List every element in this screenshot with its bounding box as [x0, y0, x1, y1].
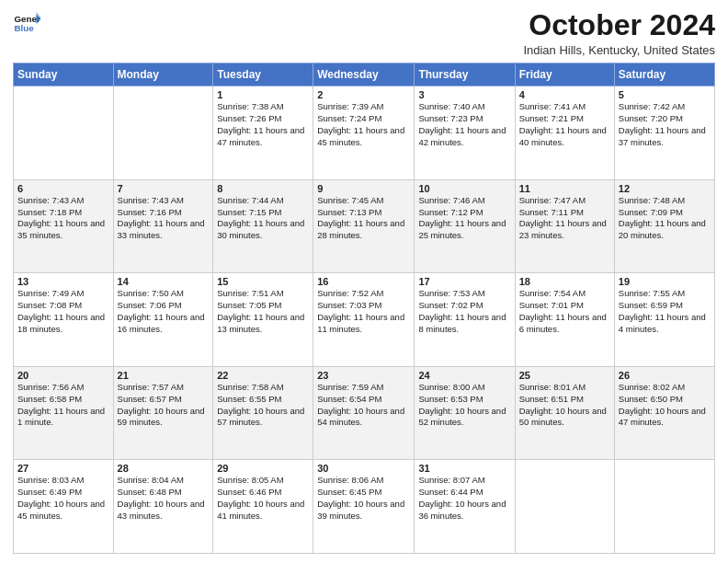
- calendar-cell: 10Sunrise: 7:46 AM Sunset: 7:12 PM Dayli…: [415, 179, 515, 273]
- calendar-cell: 26Sunrise: 8:02 AM Sunset: 6:50 PM Dayli…: [614, 366, 714, 460]
- day-detail: Sunrise: 7:59 AM Sunset: 6:54 PM Dayligh…: [317, 382, 410, 429]
- day-number: 1: [217, 89, 309, 100]
- day-detail: Sunrise: 7:49 AM Sunset: 7:08 PM Dayligh…: [17, 288, 109, 335]
- day-number: 31: [418, 463, 510, 474]
- calendar-cell: 11Sunrise: 7:47 AM Sunset: 7:11 PM Dayli…: [515, 179, 614, 273]
- day-detail: Sunrise: 8:05 AM Sunset: 6:46 PM Dayligh…: [217, 475, 309, 522]
- day-number: 12: [619, 183, 711, 194]
- day-number: 14: [118, 276, 210, 287]
- calendar-cell: 17Sunrise: 7:53 AM Sunset: 7:02 PM Dayli…: [415, 273, 515, 367]
- calendar-cell: 22Sunrise: 7:58 AM Sunset: 6:55 PM Dayli…: [213, 366, 313, 460]
- calendar-cell: 28Sunrise: 8:04 AM Sunset: 6:48 PM Dayli…: [113, 460, 213, 554]
- day-number: 2: [317, 89, 410, 100]
- day-detail: Sunrise: 8:02 AM Sunset: 6:50 PM Dayligh…: [619, 382, 711, 429]
- day-detail: Sunrise: 7:52 AM Sunset: 7:03 PM Dayligh…: [317, 288, 410, 335]
- calendar-cell: 4Sunrise: 7:41 AM Sunset: 7:21 PM Daylig…: [515, 86, 614, 180]
- header: General Blue October 2024 Indian Hills, …: [13, 9, 715, 57]
- calendar-cell: [515, 460, 614, 554]
- day-number: 22: [217, 370, 309, 381]
- calendar-day-header: Tuesday: [213, 63, 313, 86]
- calendar-table: SundayMondayTuesdayWednesdayThursdayFrid…: [13, 63, 715, 554]
- calendar-cell: 25Sunrise: 8:01 AM Sunset: 6:51 PM Dayli…: [515, 366, 614, 460]
- day-detail: Sunrise: 7:56 AM Sunset: 6:58 PM Dayligh…: [17, 382, 109, 429]
- day-detail: Sunrise: 7:48 AM Sunset: 7:09 PM Dayligh…: [619, 195, 711, 242]
- day-detail: Sunrise: 7:43 AM Sunset: 7:18 PM Dayligh…: [17, 195, 109, 242]
- calendar-cell: [614, 460, 714, 554]
- day-detail: Sunrise: 7:46 AM Sunset: 7:12 PM Dayligh…: [418, 195, 510, 242]
- calendar-cell: 27Sunrise: 8:03 AM Sunset: 6:49 PM Dayli…: [14, 460, 114, 554]
- day-detail: Sunrise: 7:45 AM Sunset: 7:13 PM Dayligh…: [317, 195, 410, 242]
- calendar-cell: 8Sunrise: 7:44 AM Sunset: 7:15 PM Daylig…: [213, 179, 313, 273]
- day-detail: Sunrise: 8:00 AM Sunset: 6:53 PM Dayligh…: [418, 382, 510, 429]
- day-detail: Sunrise: 7:40 AM Sunset: 7:23 PM Dayligh…: [418, 101, 510, 148]
- day-detail: Sunrise: 8:01 AM Sunset: 6:51 PM Dayligh…: [519, 382, 610, 429]
- day-detail: Sunrise: 8:03 AM Sunset: 6:49 PM Dayligh…: [17, 475, 109, 522]
- day-number: 21: [118, 370, 210, 381]
- calendar-day-header: Monday: [113, 63, 213, 86]
- calendar-cell: 15Sunrise: 7:51 AM Sunset: 7:05 PM Dayli…: [213, 273, 313, 367]
- location: Indian Hills, Kentucky, United States: [523, 43, 715, 57]
- calendar-week-row: 6Sunrise: 7:43 AM Sunset: 7:18 PM Daylig…: [14, 179, 715, 273]
- day-number: 25: [519, 370, 610, 381]
- calendar-cell: 7Sunrise: 7:43 AM Sunset: 7:16 PM Daylig…: [113, 179, 213, 273]
- calendar-week-row: 20Sunrise: 7:56 AM Sunset: 6:58 PM Dayli…: [14, 366, 715, 460]
- calendar-cell: 18Sunrise: 7:54 AM Sunset: 7:01 PM Dayli…: [515, 273, 614, 367]
- calendar-cell: 31Sunrise: 8:07 AM Sunset: 6:44 PM Dayli…: [415, 460, 515, 554]
- day-detail: Sunrise: 7:54 AM Sunset: 7:01 PM Dayligh…: [519, 288, 610, 335]
- logo-icon: General Blue: [13, 9, 40, 37]
- day-detail: Sunrise: 7:39 AM Sunset: 7:24 PM Dayligh…: [317, 101, 410, 148]
- day-number: 5: [619, 89, 711, 100]
- day-detail: Sunrise: 8:06 AM Sunset: 6:45 PM Dayligh…: [317, 475, 410, 522]
- day-number: 19: [619, 276, 711, 287]
- calendar-day-header: Sunday: [14, 63, 114, 86]
- day-number: 9: [317, 183, 410, 194]
- day-number: 15: [217, 276, 309, 287]
- calendar-cell: 30Sunrise: 8:06 AM Sunset: 6:45 PM Dayli…: [313, 460, 415, 554]
- day-number: 24: [418, 370, 510, 381]
- day-number: 3: [418, 89, 510, 100]
- calendar-day-header: Saturday: [614, 63, 714, 86]
- day-number: 13: [17, 276, 109, 287]
- day-detail: Sunrise: 7:51 AM Sunset: 7:05 PM Dayligh…: [217, 288, 309, 335]
- svg-text:Blue: Blue: [15, 23, 35, 33]
- day-number: 29: [217, 463, 309, 474]
- day-number: 7: [118, 183, 210, 194]
- calendar-week-row: 1Sunrise: 7:38 AM Sunset: 7:26 PM Daylig…: [14, 86, 715, 180]
- calendar-cell: 14Sunrise: 7:50 AM Sunset: 7:06 PM Dayli…: [113, 273, 213, 367]
- calendar-cell: 29Sunrise: 8:05 AM Sunset: 6:46 PM Dayli…: [213, 460, 313, 554]
- day-number: 30: [317, 463, 410, 474]
- day-number: 26: [619, 370, 711, 381]
- month-title: October 2024: [523, 9, 715, 41]
- day-detail: Sunrise: 7:50 AM Sunset: 7:06 PM Dayligh…: [118, 288, 210, 335]
- logo: General Blue: [13, 9, 40, 37]
- calendar-cell: [14, 86, 114, 180]
- day-detail: Sunrise: 7:43 AM Sunset: 7:16 PM Dayligh…: [118, 195, 210, 242]
- day-detail: Sunrise: 8:07 AM Sunset: 6:44 PM Dayligh…: [418, 475, 510, 522]
- calendar-cell: 3Sunrise: 7:40 AM Sunset: 7:23 PM Daylig…: [415, 86, 515, 180]
- calendar-cell: 6Sunrise: 7:43 AM Sunset: 7:18 PM Daylig…: [14, 179, 114, 273]
- calendar-cell: 13Sunrise: 7:49 AM Sunset: 7:08 PM Dayli…: [14, 273, 114, 367]
- calendar-cell: 24Sunrise: 8:00 AM Sunset: 6:53 PM Dayli…: [415, 366, 515, 460]
- day-number: 4: [519, 89, 610, 100]
- calendar-week-row: 13Sunrise: 7:49 AM Sunset: 7:08 PM Dayli…: [14, 273, 715, 367]
- calendar-cell: 5Sunrise: 7:42 AM Sunset: 7:20 PM Daylig…: [614, 86, 714, 180]
- day-number: 6: [17, 183, 109, 194]
- day-number: 23: [317, 370, 410, 381]
- calendar-day-header: Wednesday: [313, 63, 415, 86]
- day-number: 17: [418, 276, 510, 287]
- day-detail: Sunrise: 8:04 AM Sunset: 6:48 PM Dayligh…: [118, 475, 210, 522]
- title-area: October 2024 Indian Hills, Kentucky, Uni…: [523, 9, 715, 57]
- calendar-day-header: Thursday: [415, 63, 515, 86]
- day-number: 10: [418, 183, 510, 194]
- day-number: 8: [217, 183, 309, 194]
- calendar-cell: 21Sunrise: 7:57 AM Sunset: 6:57 PM Dayli…: [113, 366, 213, 460]
- day-number: 16: [317, 276, 410, 287]
- calendar-week-row: 27Sunrise: 8:03 AM Sunset: 6:49 PM Dayli…: [14, 460, 715, 554]
- calendar-cell: 16Sunrise: 7:52 AM Sunset: 7:03 PM Dayli…: [313, 273, 415, 367]
- day-detail: Sunrise: 7:38 AM Sunset: 7:26 PM Dayligh…: [217, 101, 309, 148]
- day-number: 28: [118, 463, 210, 474]
- day-detail: Sunrise: 7:41 AM Sunset: 7:21 PM Dayligh…: [519, 101, 610, 148]
- calendar-cell: 19Sunrise: 7:55 AM Sunset: 6:59 PM Dayli…: [614, 273, 714, 367]
- day-number: 27: [17, 463, 109, 474]
- day-detail: Sunrise: 7:44 AM Sunset: 7:15 PM Dayligh…: [217, 195, 309, 242]
